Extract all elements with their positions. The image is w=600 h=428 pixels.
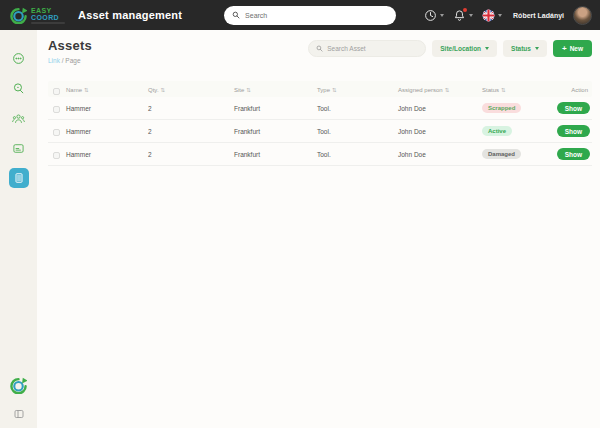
logo-line1: EASY [31, 7, 65, 14]
new-asset-button[interactable]: + New [553, 40, 592, 57]
bell-wrap [453, 9, 466, 22]
collapse-sidebar-button[interactable] [13, 408, 25, 420]
status-badge: Scrapped [482, 103, 521, 113]
cell-qty: 2 [148, 151, 234, 158]
chevron-down-icon [440, 14, 444, 17]
table-row: Hammer 2 Frankfurt Tool. John Doe Damage… [48, 143, 592, 166]
title-block: Assets Link / Page [48, 38, 92, 64]
sidebar-item-chat[interactable] [9, 48, 29, 68]
clock-icon [424, 9, 437, 22]
show-button[interactable]: Show [557, 102, 590, 114]
column-header-type[interactable]: Type ⇅ [317, 87, 398, 93]
sort-icon: ⇅ [246, 87, 251, 93]
show-button[interactable]: Show [557, 148, 590, 160]
notifications-button[interactable] [453, 9, 473, 22]
cell-assigned-person: John Doe [398, 128, 482, 135]
cell-qty: 2 [148, 105, 234, 112]
row-checkbox[interactable] [53, 129, 60, 136]
column-label: Name [66, 87, 82, 93]
page-title: Assets [48, 38, 92, 53]
sidebar-item-search[interactable] [9, 78, 29, 98]
content-header: Assets Link / Page Site/Location St [48, 38, 592, 64]
table-row: Hammer 2 Frankfurt Tool. John Doe Scrapp… [48, 97, 592, 120]
cell-action: Show [552, 102, 592, 114]
app-window: EASY COORD Asset management [0, 0, 600, 428]
column-header-name[interactable]: Name ⇅ [66, 87, 148, 93]
cell-type: Tool. [317, 151, 398, 158]
history-menu-button[interactable] [424, 9, 444, 22]
asset-search[interactable] [308, 40, 426, 57]
sort-icon: ⇅ [445, 87, 450, 93]
row-checkbox[interactable] [53, 106, 60, 113]
sidebar-item-assets[interactable] [9, 168, 29, 188]
status-badge: Damaged [482, 149, 521, 159]
cell-assigned-person: John Doe [398, 105, 482, 112]
sidebar-item-team[interactable] [9, 108, 29, 128]
breadcrumb-link[interactable]: Link [48, 57, 60, 64]
sidebar [0, 30, 37, 428]
sidebar-bottom [10, 377, 27, 420]
logo-line2: COORD [31, 14, 65, 21]
notification-dot [463, 8, 467, 12]
topbar: EASY COORD Asset management [0, 0, 600, 30]
show-button[interactable]: Show [557, 125, 590, 137]
plus-icon: + [562, 46, 567, 52]
table-controls: Site/Location Status + New [308, 40, 592, 57]
breadcrumb-current: Page [65, 57, 80, 64]
cell-name: Hammer [66, 151, 148, 158]
search-icon [232, 11, 240, 19]
collapse-sidebar-icon [13, 408, 25, 420]
site-location-filter-button[interactable]: Site/Location [432, 40, 497, 57]
cell-site: Frankfurt [234, 151, 317, 158]
select-all-checkbox[interactable] [53, 88, 60, 95]
topbar-right-cluster: Róbert Ladányi [424, 6, 592, 25]
easycoord-logo[interactable]: EASY COORD [10, 7, 65, 24]
sort-icon: ⇅ [84, 87, 89, 93]
cell-type: Tool. [317, 128, 398, 135]
user-name: Róbert Ladányi [513, 12, 564, 19]
breadcrumb: Link / Page [48, 57, 92, 64]
search-help-icon [12, 82, 25, 95]
cell-type: Tool. [317, 105, 398, 112]
chevron-down-icon [485, 47, 489, 50]
column-header-assigned-person[interactable]: Assigned person ⇅ [398, 87, 482, 93]
sort-icon: ⇅ [161, 87, 166, 93]
table-header-row: Name ⇅ Qty. ⇅ Site ⇅ Type ⇅ Assigned per… [48, 81, 592, 97]
card-icon [12, 142, 25, 155]
row-checkbox-cell [48, 99, 66, 117]
topbar-search-input[interactable] [245, 12, 388, 19]
column-header-qty[interactable]: Qty. ⇅ [148, 87, 234, 93]
sidebar-item-card[interactable] [9, 138, 29, 158]
column-label: Action [571, 87, 588, 93]
cell-site: Frankfurt [234, 105, 317, 112]
cell-qty: 2 [148, 128, 234, 135]
column-label: Qty. [148, 87, 159, 93]
topbar-search[interactable] [224, 6, 396, 25]
table-row: Hammer 2 Frankfurt Tool. John Doe Active… [48, 120, 592, 143]
status-filter-label: Status [511, 45, 531, 52]
column-header-status[interactable]: Status ⇅ [482, 87, 552, 93]
row-checkbox-cell [48, 145, 66, 163]
language-selector-button[interactable] [482, 9, 502, 22]
new-asset-button-label: New [570, 45, 583, 52]
row-checkbox[interactable] [53, 152, 60, 159]
chat-icon [12, 52, 25, 65]
status-filter-button[interactable]: Status [503, 40, 547, 57]
avatar[interactable] [573, 6, 592, 25]
asset-search-input[interactable] [327, 45, 418, 52]
uk-flag-icon [482, 9, 495, 22]
cell-status: Damaged [482, 149, 552, 159]
easycoord-logo-icon [10, 7, 27, 24]
column-header-site[interactable]: Site ⇅ [234, 87, 317, 93]
chevron-down-icon [498, 14, 502, 17]
cell-status: Scrapped [482, 103, 552, 113]
chevron-down-icon [535, 47, 539, 50]
row-checkbox-cell [48, 122, 66, 140]
cell-action: Show [552, 148, 592, 160]
logo-text: EASY COORD [31, 7, 65, 24]
site-location-filter-label: Site/Location [440, 45, 481, 52]
chevron-down-icon [469, 14, 473, 17]
cell-assigned-person: John Doe [398, 151, 482, 158]
column-header-action: Action [552, 87, 592, 93]
main-content: Assets Link / Page Site/Location St [37, 30, 600, 428]
